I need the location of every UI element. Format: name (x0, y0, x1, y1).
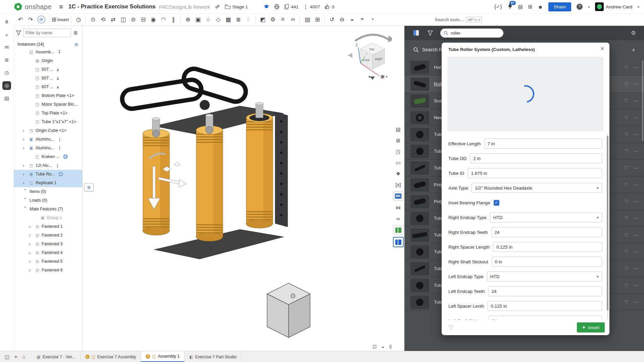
pinwheel-app-icon[interactable]: ❖ (394, 169, 403, 178)
favorite-heart-icon[interactable]: ♡ (624, 98, 629, 104)
dialog-scrollbar[interactable] (607, 133, 608, 320)
belt-relation-icon[interactable]: ∞ (288, 15, 298, 24)
instance-badge-icon[interactable] (57, 85, 59, 89)
favorite-heart-icon[interactable]: ♡ (624, 249, 629, 255)
more-options-icon[interactable]: ⋯ (633, 182, 639, 188)
group-icon[interactable]: ▣ (193, 15, 203, 24)
rotate-down-arrow[interactable] (370, 76, 375, 80)
more-options-icon[interactable]: ⋯ (633, 282, 639, 289)
apps-icon[interactable]: ⊞ (528, 4, 533, 10)
home-icon[interactable]: ⌂ (22, 351, 25, 362)
favorite-heart-icon[interactable]: ♡ (624, 199, 629, 205)
add-tab-button[interactable]: + (14, 351, 17, 362)
expand-chevron-icon[interactable]: › (29, 250, 34, 255)
favorite-heart-icon[interactable]: ♡ (624, 165, 629, 171)
tree-row[interactable]: › Origin Cube <1> (13, 126, 82, 135)
tree-row[interactable]: › Assemb... (13, 48, 82, 56)
context-flyout-button[interactable]: ≣ (84, 183, 94, 191)
bom-icon[interactable]: ▤ (303, 15, 312, 24)
filter-icon[interactable] (16, 31, 21, 35)
undo-icon[interactable]: ↶ (16, 15, 25, 24)
mate-feature-row[interactable]: › Fastened 1 (13, 222, 82, 231)
tangent-mate-icon[interactable]: ◠ (159, 15, 168, 24)
menu-icon[interactable]: ≡ (59, 3, 63, 11)
tree-row[interactable]: › 12t Alu... (13, 161, 82, 170)
document-tab[interactable]: ↻ Exercise 7 - Ver... (32, 351, 80, 362)
more-options-icon[interactable]: ⋯ (633, 81, 639, 87)
expand-chevron-icon[interactable]: › (23, 128, 28, 133)
help-icon[interactable]: ? (577, 4, 583, 10)
view-cube-down-arrow[interactable]: ▾ (368, 74, 370, 79)
instance-badge-icon[interactable] (57, 67, 59, 72)
tree-row[interactable]: › Motor Spacer Block <1> (13, 100, 82, 109)
revolute-mate-icon[interactable]: ⟲ (98, 15, 108, 24)
structure-icon[interactable]: ⊞ (313, 15, 322, 24)
expression-app-icon[interactable]: [x] (394, 180, 403, 189)
search-tools[interactable]: Search tools... alt/⌥ c (435, 13, 482, 25)
more-options-icon[interactable]: ⋯ (633, 132, 639, 138)
comments-icon[interactable]: ✉ (2, 43, 11, 52)
more-options-icon[interactable]: ⋯ (633, 232, 639, 238)
favorite-heart-icon[interactable]: ♡ (624, 148, 629, 154)
user-name[interactable]: Andrew Card (606, 4, 632, 9)
more-options-icon[interactable]: ⋯ (633, 199, 639, 205)
tree-row[interactable]: › 60T ... (13, 83, 82, 91)
field-input[interactable]: 24 ▾ (491, 227, 602, 237)
mate-feature-row[interactable]: › Fastened 6 (13, 266, 82, 274)
collapse-results-icon[interactable]: ∧ (632, 47, 635, 52)
circular-pattern-icon[interactable]: ◌ (244, 15, 253, 24)
library-filter-icon[interactable] (428, 31, 433, 36)
like-icon[interactable] (325, 4, 330, 9)
mate-connector-icon[interactable]: ⊕ (183, 15, 193, 24)
favorite-heart-icon[interactable]: ♡ (624, 64, 629, 70)
pan-view-icon[interactable]: ◒ (347, 15, 357, 24)
expand-chevron-icon[interactable]: › (29, 267, 34, 273)
library-blue-book-icon[interactable] (393, 237, 404, 247)
tree-row[interactable]: › 50T ... (13, 65, 82, 74)
tube-converter-icon[interactable]: ▭ (394, 158, 403, 167)
configurations-icon[interactable]: ⚙ (268, 15, 278, 24)
favorite-heart-icon[interactable]: ♡ (624, 266, 629, 272)
assistant-icon[interactable]: ☻ (538, 4, 543, 10)
tree-row[interactable]: › Tube Ro... (13, 170, 82, 178)
cylindrical-mate-icon[interactable]: ⊘ (129, 15, 138, 24)
add-folder-icon[interactable]: ⊞ (75, 42, 78, 47)
filter-input[interactable] (23, 29, 71, 37)
favorite-heart-icon[interactable]: ♡ (624, 182, 629, 188)
insert-icon[interactable]: ⊞Insert (52, 15, 69, 24)
butterfly-app-icon[interactable]: ⋈ (394, 203, 403, 212)
shaded-view-icon[interactable]: ◒ (382, 344, 385, 350)
tasks-icon[interactable]: ▤ (518, 4, 523, 10)
mate-feature-row[interactable]: › Group 1 (13, 213, 82, 222)
document-tab[interactable]: ↻ Exercise 7 Part Studio (185, 351, 242, 362)
mates-section-header[interactable]: › Mate Features (7) (13, 205, 82, 213)
instances-header[interactable]: Instances (14) ⊞ (13, 40, 82, 48)
favorite-heart-icon[interactable]: ♡ (624, 115, 629, 121)
more-options-icon[interactable]: ⋯ (633, 299, 639, 305)
field-input[interactable]: HTD ▾ (487, 271, 602, 281)
update-icon[interactable]: ⟳ (37, 15, 45, 23)
onshape-logo-icon[interactable] (13, 2, 23, 11)
pin-slot-mate-icon[interactable]: ⊟ (139, 15, 148, 24)
versions-panel-icon[interactable]: ⋔ (2, 17, 11, 26)
tree-row[interactable]: › Tube 1"x1"x7" <1> (13, 117, 82, 126)
more-options-icon[interactable]: ⋯ (633, 64, 639, 70)
linear-pattern-icon[interactable]: ≣ (234, 15, 243, 24)
more-options-icon[interactable]: ⋯ (633, 98, 639, 104)
field-input[interactable]: 0.125 in ▾ (488, 301, 602, 311)
parallel-mate-icon[interactable]: ∥ (169, 15, 178, 24)
folder-name[interactable]: Stage 1 (232, 4, 248, 9)
follow-mode-icon[interactable]: + (2, 30, 11, 39)
snapshot-icon[interactable]: ◇ (213, 15, 223, 24)
document-tab[interactable]: ↻ Exercise 7 Assembly (81, 351, 141, 362)
part-transform-icon[interactable]: ◳ (394, 147, 403, 156)
expand-chevron-icon[interactable]: › (23, 206, 28, 212)
capture-thumbnail-icon[interactable]: ◫ (5, 351, 9, 362)
expand-chevron-icon[interactable]: › (23, 198, 28, 203)
library-green-book-icon[interactable] (393, 225, 403, 235)
rotate-left-arrow[interactable] (348, 53, 352, 58)
insert-button[interactable]: + Insert (577, 322, 605, 332)
expand-chevron-icon[interactable]: › (23, 189, 28, 194)
library-grid-icon[interactable] (413, 30, 419, 36)
more-options-icon[interactable]: ⋯ (633, 215, 639, 221)
